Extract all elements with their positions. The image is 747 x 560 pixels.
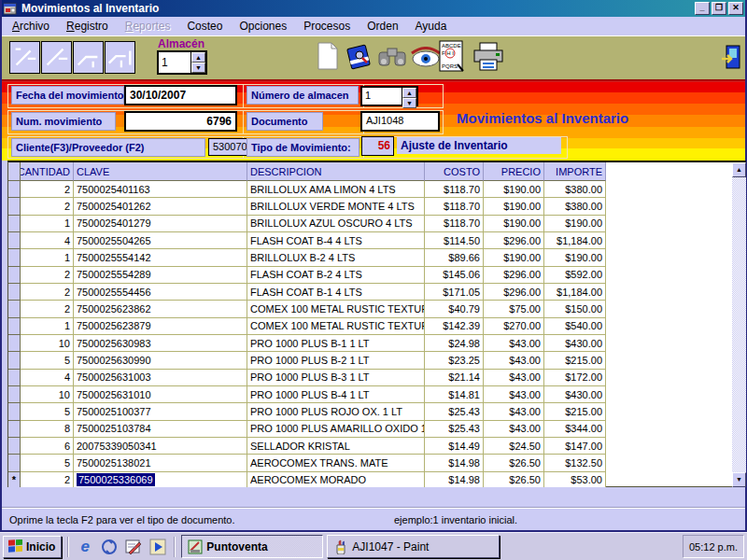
cell-importe[interactable]: $132.50 bbox=[544, 455, 606, 471]
nav-next-button[interactable] bbox=[73, 41, 104, 74]
row-selector[interactable] bbox=[8, 249, 21, 266]
cell-clave[interactable]: 7500025623879 bbox=[74, 318, 247, 335]
cell-clave[interactable]: 7500025138021 bbox=[74, 455, 247, 471]
almacen-spinner[interactable]: 1 ▲ ▼ bbox=[157, 50, 207, 75]
cell-descripcion[interactable]: BRILLOLUX AMA LIMON 4 LTS bbox=[247, 181, 425, 198]
cell-clave[interactable]: 7500025623862 bbox=[74, 301, 247, 317]
row-selector[interactable] bbox=[8, 438, 21, 455]
cell-descripcion[interactable]: FLASH COAT B-4 4 LTS bbox=[247, 232, 425, 249]
table-row[interactable]: 17500025401279BRILLOLUX AZUL OSCURO 4 LT… bbox=[8, 216, 618, 232]
cell-importe[interactable]: $592.00 bbox=[544, 267, 606, 284]
cell-precio[interactable]: $190.00 bbox=[484, 198, 544, 215]
menu-orden[interactable]: Orden bbox=[359, 18, 406, 35]
cell-precio[interactable]: $190.00 bbox=[484, 216, 544, 232]
almacen-spinner-value[interactable]: 1 bbox=[159, 52, 190, 73]
cell-cantidad[interactable]: 4 bbox=[21, 370, 74, 386]
cell-descripcion[interactable]: PRO 1000 PLUS B-4 1 LT bbox=[247, 386, 425, 403]
row-selector[interactable] bbox=[8, 318, 21, 335]
row-selector[interactable] bbox=[8, 403, 21, 420]
cell-descripcion[interactable]: BRILLOLUX B-2 4 LTS bbox=[247, 249, 425, 266]
cell-costo[interactable]: $23.25 bbox=[425, 352, 484, 369]
table-row[interactable]: 57500025100377PRO 1000 PLUS ROJO OX. 1 L… bbox=[8, 403, 618, 420]
row-selector[interactable] bbox=[8, 301, 21, 317]
cell-cantidad[interactable]: 2 bbox=[21, 301, 74, 317]
cell-cantidad[interactable]: 10 bbox=[21, 386, 74, 403]
cell-importe[interactable]: $215.00 bbox=[544, 352, 606, 369]
cell-cantidad[interactable]: 2 bbox=[21, 198, 74, 215]
table-row[interactable]: 47500025504265FLASH COAT B-4 4 LTS$114.5… bbox=[8, 232, 618, 249]
row-selector[interactable] bbox=[8, 335, 21, 352]
table-row[interactable]: 57500025630990PRO 1000 PLUS B-2 1 LT$23.… bbox=[8, 352, 618, 369]
row-selector[interactable] bbox=[8, 370, 21, 386]
cell-cantidad[interactable]: 5 bbox=[21, 352, 74, 369]
cell-costo[interactable]: $40.79 bbox=[425, 301, 484, 317]
spin-up-icon[interactable]: ▲ bbox=[402, 88, 416, 98]
cell-cantidad[interactable]: 1 bbox=[21, 216, 74, 232]
table-row[interactable]: 57500025138021AEROCOMEX TRANS. MATE$14.9… bbox=[8, 455, 618, 471]
cell-cantidad[interactable]: 10 bbox=[21, 335, 74, 352]
cell-costo[interactable]: $25.43 bbox=[425, 403, 484, 420]
nav-first-button[interactable] bbox=[9, 41, 40, 74]
table-row[interactable]: 27500025554289FLASH COAT B-2 4 LTS$145.0… bbox=[8, 267, 618, 284]
cell-cantidad[interactable]: 1 bbox=[21, 249, 74, 266]
header-precio[interactable]: PRECIO bbox=[484, 162, 544, 181]
cell-clave[interactable]: 7500025401163 bbox=[74, 181, 247, 198]
cell-precio[interactable]: $43.00 bbox=[484, 352, 544, 369]
cell-precio[interactable]: $190.00 bbox=[484, 181, 544, 198]
cell-clave[interactable]: 7500025630983 bbox=[74, 335, 247, 352]
menu-procesos[interactable]: Procesos bbox=[295, 18, 359, 35]
documento-input[interactable]: AJI1048 bbox=[360, 111, 440, 132]
start-button[interactable]: Inicio bbox=[3, 536, 62, 558]
cell-precio[interactable]: $296.00 bbox=[484, 284, 544, 301]
nav-last-button[interactable] bbox=[105, 41, 135, 74]
cell-cantidad[interactable]: 8 bbox=[21, 421, 74, 438]
table-row[interactable]: 87500025103784PRO 1000 PLUS AMARILLO OXI… bbox=[8, 421, 618, 438]
table-row[interactable]: 27500025554456FLASH COAT B-1 4 LTS$171.0… bbox=[8, 284, 618, 301]
row-selector[interactable] bbox=[8, 198, 21, 215]
row-selector[interactable] bbox=[8, 267, 21, 284]
cell-precio[interactable]: $43.00 bbox=[484, 421, 544, 438]
row-selector[interactable] bbox=[8, 181, 21, 198]
row-selector[interactable] bbox=[8, 421, 21, 438]
task-puntoventa[interactable]: Puntoventa bbox=[181, 535, 323, 558]
header-costo[interactable]: COSTO bbox=[425, 162, 484, 181]
cell-precio[interactable]: $296.00 bbox=[484, 232, 544, 249]
cell-precio[interactable]: $296.00 bbox=[484, 267, 544, 284]
table-row[interactable]: 27500025623862COMEX 100 METAL RUSTIC TEX… bbox=[8, 301, 618, 317]
cell-cantidad[interactable]: 2 bbox=[21, 181, 74, 198]
close-button[interactable]: ✕ bbox=[728, 2, 743, 15]
table-row[interactable]: 107500025630983PRO 1000 PLUS B-1 1 LT$24… bbox=[8, 335, 618, 352]
cell-importe[interactable]: $172.00 bbox=[544, 370, 606, 386]
table-row[interactable]: 17500025554142BRILLOLUX B-2 4 LTS$89.66$… bbox=[8, 249, 618, 266]
row-selector[interactable] bbox=[8, 455, 21, 471]
cell-importe[interactable]: $380.00 bbox=[544, 198, 606, 215]
cell-importe[interactable]: $190.00 bbox=[544, 249, 606, 266]
cell-importe[interactable]: $150.00 bbox=[544, 301, 606, 317]
cell-descripcion[interactable]: PRO 1000 PLUS B-1 1 LT bbox=[247, 335, 425, 352]
cell-importe[interactable]: $344.00 bbox=[544, 421, 606, 438]
cell-clave[interactable]: 7500025554456 bbox=[74, 284, 247, 301]
cell-clave[interactable]: 20075339050341 bbox=[74, 438, 247, 455]
row-selector[interactable] bbox=[8, 352, 21, 369]
num-almacen-spinner[interactable]: ▲ ▼ bbox=[402, 88, 416, 105]
cell-cantidad[interactable]: 5 bbox=[21, 455, 74, 471]
cell-importe[interactable]: $540.00 bbox=[544, 318, 606, 335]
cell-costo[interactable]: $14.81 bbox=[425, 386, 484, 403]
cell-precio[interactable]: $26.50 bbox=[484, 455, 544, 471]
cell-costo[interactable]: $171.05 bbox=[425, 284, 484, 301]
cell-descripcion[interactable]: COMEX 100 METAL RUSTIC TEXTURE bbox=[247, 318, 425, 335]
cell-clave[interactable]: 7500025504265 bbox=[74, 232, 247, 249]
row-selector[interactable] bbox=[8, 232, 21, 249]
menu-reportes[interactable]: Reportes bbox=[117, 18, 179, 35]
header-cantidad[interactable]: CANTIDAD bbox=[21, 162, 74, 181]
cell-descripcion[interactable]: PRO 1000 PLUS AMARILLO OXIDO 1 bbox=[247, 421, 425, 438]
fecha-input[interactable]: 30/10/2007 bbox=[124, 85, 237, 105]
cell-costo[interactable]: $21.14 bbox=[425, 370, 484, 386]
cell-costo[interactable]: $89.66 bbox=[425, 249, 484, 266]
restore-button[interactable]: ❐ bbox=[712, 2, 726, 15]
cell-cantidad[interactable]: 4 bbox=[21, 232, 74, 249]
header-descripcion[interactable]: DESCRIPCION bbox=[247, 162, 425, 181]
task-paint[interactable]: AJI1047 - Paint bbox=[327, 535, 500, 558]
save-book-button[interactable] bbox=[345, 44, 373, 74]
channels-icon[interactable] bbox=[99, 537, 120, 557]
